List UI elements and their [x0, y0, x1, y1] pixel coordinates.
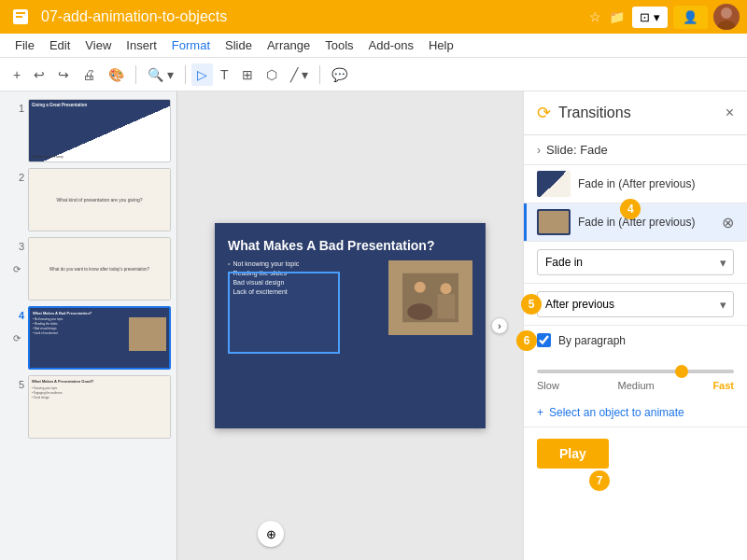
slide-thumb-2[interactable]: What kind of presentation are you giving… — [28, 168, 171, 231]
folder-icon[interactable]: 📁 — [609, 9, 625, 24]
panel-title: Transitions — [558, 105, 726, 121]
present-button[interactable]: ⊡ ▾ — [632, 7, 668, 28]
menu-arrange[interactable]: Arrange — [260, 36, 317, 54]
transitions-icon: ⟳ — [537, 103, 551, 123]
step5-badge: 5 — [521, 294, 542, 315]
text-tool[interactable]: T — [215, 63, 234, 86]
by-paragraph-row: 6 By paragraph — [524, 326, 747, 355]
slide-item-5[interactable]: 5 What Makes A Presentation Good? • Know… — [6, 375, 171, 439]
speed-row — [524, 355, 747, 380]
add-note-icon: ⊕ — [266, 527, 276, 541]
slide-title: What Makes A Bad Presentation? — [215, 223, 486, 260]
transitions-panel: ⟳ Transitions × › Slide: Fade Fade in (A… — [523, 91, 747, 560]
slide-item-1[interactable]: 1 Giving a Great Presentation Add/Remove… — [6, 99, 171, 162]
svg-rect-1 — [16, 12, 25, 14]
main-content: 1 Giving a Great Presentation Add/Remove… — [0, 91, 747, 560]
slide-thumb-3[interactable]: What do you want to know after today's p… — [28, 237, 171, 301]
speed-fast: Fast — [712, 380, 734, 391]
step7-badge: 7 — [589, 470, 610, 491]
print-button[interactable]: 🖨 — [77, 63, 101, 86]
slide-canvas: What Makes A Bad Presentation? •Not know… — [215, 223, 486, 428]
fade-type-select[interactable]: Fade in Fade out Fly in from left Fly in… — [537, 249, 734, 275]
selection-box — [228, 272, 340, 354]
menu-help[interactable]: Help — [421, 36, 461, 54]
menu-format[interactable]: Format — [164, 36, 218, 54]
menu-view[interactable]: View — [78, 36, 119, 54]
speed-labels: Slow Medium Fast — [524, 380, 747, 399]
redo-button[interactable]: ↪ — [52, 63, 75, 86]
zoom-button[interactable]: 🔍 ▾ — [142, 63, 179, 86]
select-object-row[interactable]: + Select an object to animate — [524, 399, 747, 427]
top-bar: 07-add-animation-to-objects ☆ 📁 ⊡ ▾ 👤 — [0, 0, 747, 34]
select-tool[interactable]: ▷ — [191, 63, 213, 86]
menu-file[interactable]: File — [7, 36, 42, 54]
anim-thumb-1 — [537, 171, 571, 197]
close-panel-button[interactable]: × — [726, 105, 734, 121]
play-button[interactable]: Play — [537, 439, 609, 469]
slide-transition-label: Slide: Fade — [546, 143, 608, 157]
animation-item-2[interactable]: Fade in (A4fter previous) ⊗ — [524, 203, 747, 242]
menu-addons[interactable]: Add-ons — [361, 36, 421, 54]
svg-point-6 — [415, 282, 426, 293]
animation-icon-4: ⟳ — [13, 333, 21, 343]
add-button[interactable]: + — [7, 63, 26, 86]
undo-button[interactable]: ↩ — [28, 63, 50, 86]
add-note-button[interactable]: ⊕ — [258, 521, 284, 547]
animation-item-1[interactable]: Fade in (After previous) — [524, 165, 747, 203]
menu-edit[interactable]: Edit — [42, 36, 78, 54]
line-tool[interactable]: ╱ ▾ — [285, 63, 314, 86]
svg-point-9 — [441, 283, 452, 294]
shape-tool[interactable]: ⬡ — [261, 63, 283, 86]
trigger-select[interactable]: After previous On click With previous — [537, 291, 734, 317]
slide-number-2: 2 — [6, 168, 24, 231]
menu-insert[interactable]: Insert — [119, 36, 164, 54]
anim-label-2: Fade in (A4fter previous) — [578, 216, 714, 229]
slide-thumb-5[interactable]: What Makes A Presentation Good? • Knowin… — [28, 375, 171, 439]
slide-transition-section[interactable]: › Slide: Fade — [524, 135, 747, 165]
share-button[interactable]: 👤 — [673, 6, 708, 29]
editor-area: What Makes A Bad Presentation? •Not know… — [177, 91, 523, 560]
speed-slow: Slow — [537, 380, 559, 391]
bullet-1: •Not knowing your topic — [228, 260, 379, 267]
slide-thumb-1[interactable]: Giving a Great Presentation Add/Remove a… — [28, 99, 171, 162]
share-icon: 👤 — [683, 10, 698, 24]
svg-point-3 — [721, 7, 732, 19]
user-avatar[interactable] — [713, 4, 740, 30]
paint-format-button[interactable]: 🎨 — [103, 63, 130, 86]
slide-item-2[interactable]: 2 What kind of presentation are you givi… — [6, 168, 171, 231]
star-icon[interactable]: ☆ — [589, 9, 601, 24]
slide-canvas-wrapper: What Makes A Bad Presentation? •Not know… — [215, 223, 486, 428]
slide-item-4[interactable]: 4 ⟳ What Makes A Bad Presentation? • Not… — [6, 306, 171, 370]
toolbar: + ↩ ↪ 🖨 🎨 🔍 ▾ ▷ T ⊞ ⬡ ╱ ▾ 💬 — [0, 58, 747, 91]
image-tool[interactable]: ⊞ — [236, 63, 259, 86]
toolbar-divider-3 — [319, 65, 320, 84]
anim-label-1: Fade in (After previous) — [578, 177, 734, 190]
toolbar-divider-1 — [135, 65, 136, 84]
present-dropdown-icon: ▾ — [654, 10, 660, 24]
menu-slide[interactable]: Slide — [218, 36, 260, 54]
fade-select-wrapper: Fade in Fade out Fly in from left Fly in… — [537, 249, 734, 275]
by-paragraph-label: By paragraph — [558, 334, 626, 347]
slide-nav-arrow[interactable]: › — [491, 317, 508, 334]
trigger-select-row: 5 After previous On click With previous — [524, 284, 747, 326]
menu-bar: File Edit View Insert Format Slide Arran… — [0, 34, 747, 58]
menu-tools[interactable]: Tools — [317, 36, 360, 54]
slides-panel: 1 Giving a Great Presentation Add/Remove… — [0, 91, 177, 560]
speed-slider[interactable] — [537, 370, 734, 373]
present-icon: ⊡ — [640, 10, 650, 24]
svg-point-4 — [717, 21, 736, 30]
active-indicator — [524, 203, 527, 241]
plus-icon: + — [537, 406, 543, 419]
app-icon — [7, 4, 34, 30]
step6-badge: 6 — [516, 330, 537, 351]
comment-button[interactable]: 💬 — [326, 63, 353, 86]
toolbar-divider-2 — [185, 65, 186, 84]
by-paragraph-checkbox[interactable] — [537, 333, 551, 347]
trigger-select-wrapper: After previous On click With previous — [537, 291, 734, 317]
slide-thumb-4[interactable]: What Makes A Bad Presentation? • Not kno… — [28, 306, 171, 370]
slide-item-3[interactable]: 3 ⟳ What do you want to know after today… — [6, 237, 171, 301]
panel-header: ⟳ Transitions × — [524, 91, 747, 135]
select-object-label: Select an object to animate — [549, 406, 684, 419]
delete-animation-button[interactable]: ⊗ — [722, 214, 734, 231]
slide-number-5: 5 — [6, 375, 24, 439]
